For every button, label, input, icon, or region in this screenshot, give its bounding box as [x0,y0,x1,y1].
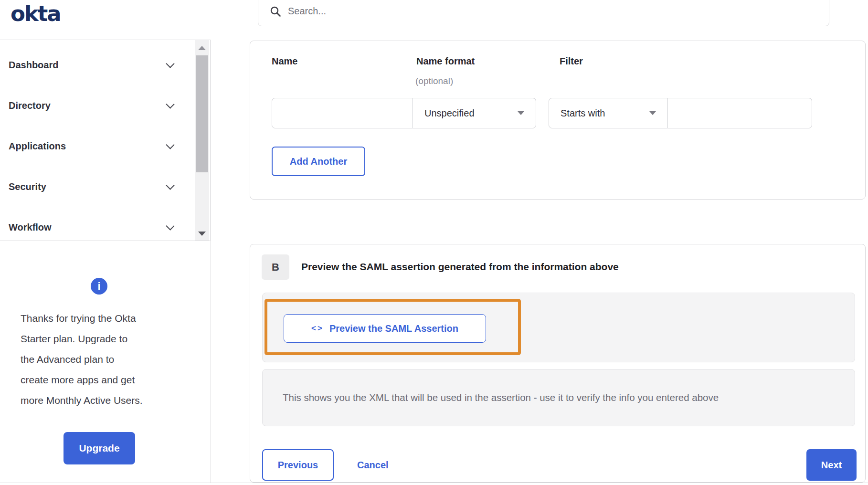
preview-saml-assertion-button[interactable]: <> Preview the SAML Assertion [284,314,486,343]
filter-value-input[interactable] [667,98,812,128]
chevron-down-icon [166,59,174,68]
sidebar-item-workflow[interactable]: Workflow [0,207,195,248]
attribute-name-input[interactable] [272,98,413,128]
sidebar-item-label: Security [9,181,46,192]
name-format-select-value: Unspecified [424,108,475,119]
chevron-down-icon [166,100,174,108]
plan-notice-line: Thanks for trying the Okta [21,308,183,328]
name-format-select[interactable]: Unspecified [413,98,536,128]
page-bottom-border [0,483,868,483]
chevron-down-icon [166,181,174,190]
name-format-column-label: Name format [416,56,475,67]
helper-text-container: This shows you the XML that will be used… [262,369,855,426]
scrollbar-down-icon[interactable] [198,232,206,236]
helper-text: This shows you the XML that will be used… [283,392,719,403]
upgrade-button[interactable]: Upgrade [64,432,135,464]
preview-button-container: <> Preview the SAML Assertion [262,293,855,362]
code-icon: <> [311,324,324,333]
plan-notice-line: create more apps and get [21,369,183,390]
sidebar-item-applications[interactable]: Applications [0,126,195,167]
plan-notice-line: more Monthly Active Users. [21,390,183,411]
attribute-statements-panel: Name Name format (optional) Filter Unspe… [250,41,866,200]
dropdown-caret-icon [649,111,656,115]
saml-preview-panel: B Preview the SAML assertion generated f… [250,244,866,483]
plan-notice-line: the Advanced plan to [21,349,183,369]
info-icon: i [91,278,107,295]
sidebar-item-label: Directory [9,100,51,111]
filter-operator-select[interactable]: Starts with [549,98,668,128]
chevron-down-icon [166,140,174,149]
sidebar-item-security[interactable]: Security [0,167,195,207]
preview-saml-assertion-label: Preview the SAML Assertion [329,323,458,334]
search-input[interactable] [288,6,765,17]
sidebar-item-label: Dashboard [9,60,58,71]
filter-operator-select-value: Starts with [561,108,605,119]
previous-button[interactable]: Previous [262,449,334,481]
okta-logo[interactable]: okta [11,1,61,26]
saml-preview-title: Preview the SAML assertion generated fro… [301,261,619,273]
scrollbar-up-icon[interactable] [198,46,206,50]
filter-column-label: Filter [560,56,583,67]
step-b-badge: B [262,254,289,280]
sidebar-item-label: Applications [9,141,66,152]
name-format-hint: (optional) [415,76,453,86]
scrollbar-thumb[interactable] [196,55,208,172]
search-icon [270,6,281,17]
name-column-label: Name [272,56,297,67]
chevron-down-icon [166,221,174,230]
search-bar[interactable] [258,0,829,26]
plan-notice-text: Thanks for trying the Okta Starter plan.… [21,308,183,411]
sidebar-item-directory[interactable]: Directory [0,85,195,126]
left-column-divider [211,241,211,483]
next-button[interactable]: Next [806,449,857,481]
plan-notice-line: Starter plan. Upgrade to [21,328,183,349]
add-another-button[interactable]: Add Another [272,147,365,176]
sidebar-item-dashboard[interactable]: Dashboard [0,45,195,85]
sidebar-scrollbar [195,40,209,241]
cancel-button[interactable]: Cancel [357,449,389,481]
dropdown-caret-icon [518,111,524,115]
sidebar: Dashboard Directory Applications Securit… [0,40,211,241]
sidebar-item-label: Workflow [9,222,52,233]
